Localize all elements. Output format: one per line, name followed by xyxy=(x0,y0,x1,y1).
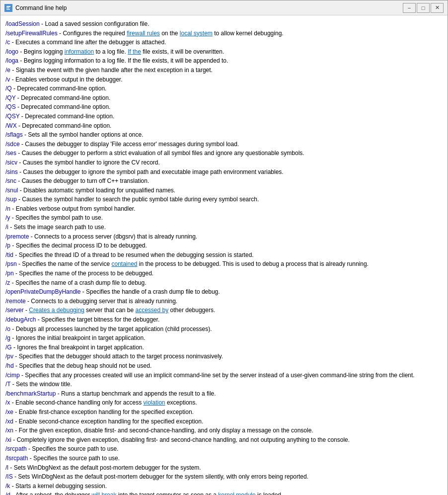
svg-rect-2 xyxy=(6,7,9,8)
window-title: Command line help xyxy=(15,4,403,11)
line-50: /IS - Sets WinDbgNext as the default pos… xyxy=(5,472,443,482)
line-30: /openPrivateDumpByHandle - Specifies the… xyxy=(5,287,443,297)
line-41: /benchmarkStartup - Runs a startup bench… xyxy=(5,389,443,399)
window-controls: − □ ✕ xyxy=(403,3,444,13)
minimize-button[interactable]: − xyxy=(403,3,416,13)
line-33: /debugArch - Specifies the target bitnes… xyxy=(5,315,443,325)
line-3: /c - Executes a command line after the d… xyxy=(5,38,443,47)
line-47: /srcpath - Specifies the source path to … xyxy=(5,444,443,454)
line-24: /premote - Connects to a process server … xyxy=(5,232,443,242)
line-11: /QSY - Deprecated command-line option. xyxy=(5,112,443,121)
line-12: /WX - Deprecated command-line option. xyxy=(5,121,443,131)
line-22: /y - Specifies the symbol path to use. xyxy=(5,213,443,223)
line-45: /xn - For the given exception, disable f… xyxy=(5,426,443,435)
line-17: /sins - Causes the debugger to ignore th… xyxy=(5,167,443,177)
line-39: /cimp - Specifies that any processes cre… xyxy=(5,371,443,380)
line-51: /k - Starts a kernel debugging session. xyxy=(5,482,443,491)
line-43: /xe - Enable first-chance exception hand… xyxy=(5,408,443,417)
line-15: /ses - Causes the debugger to perform a … xyxy=(5,149,443,158)
line-1: /loadSession - Load a saved session conf… xyxy=(5,19,443,29)
line-48: /lsrcpath - Specifies the source path to… xyxy=(5,454,443,463)
line-26: /tid - Specifies the thread ID of a thre… xyxy=(5,250,443,260)
line-37: /pv - Specifies that the debugger should… xyxy=(5,352,443,361)
line-46: /xi - Completely ignore the given except… xyxy=(5,435,443,445)
line-31: /remote - Connects to a debugging server… xyxy=(5,297,443,306)
title-bar: Command line help − □ ✕ xyxy=(0,0,448,15)
line-25: /p - Specifies the decimal process ID to… xyxy=(5,241,443,250)
line-7: /v - Enables verbose output in the debug… xyxy=(5,75,443,84)
line-20: /sup - Causes the symbol handler to sear… xyxy=(5,195,443,204)
help-content: /loadSession - Load a saved session conf… xyxy=(0,15,448,495)
line-5: /loga - Begins logging information to a … xyxy=(5,56,443,66)
line-10: /QS - Deprecated command-line option. xyxy=(5,102,443,112)
svg-rect-3 xyxy=(6,9,10,10)
line-40: /T - Sets the window title. xyxy=(5,380,443,389)
line-49: /l - Sets WinDbgNext as the default post… xyxy=(5,463,443,473)
line-23: /i - Sets the image search path to use. xyxy=(5,223,443,232)
line-27: /psn - Specifies the name of the service… xyxy=(5,259,443,269)
close-button[interactable]: ✕ xyxy=(431,3,444,13)
line-4: /logo - Begins logging information to a … xyxy=(5,47,443,57)
line-28: /pn - Specifies the name of the process … xyxy=(5,269,443,278)
svg-rect-1 xyxy=(6,6,10,7)
line-18: /snc - Causes the debugger to turn off C… xyxy=(5,176,443,186)
command-line-help-window: Command line help − □ ✕ /loadSession - L… xyxy=(0,0,448,495)
line-32: /server - Creates a debugging server tha… xyxy=(5,306,443,315)
line-29: /z - Specifies the name of a crash dump … xyxy=(5,278,443,288)
line-44: /xd - Enable second-chance exception han… xyxy=(5,417,443,426)
maximize-button[interactable]: □ xyxy=(417,3,430,13)
line-42: /x - Enable second-chance handling only … xyxy=(5,398,443,408)
line-13: /sflags - Sets all the symbol handler op… xyxy=(5,130,443,140)
line-2: /setupFirewallRules - Configures the req… xyxy=(5,29,443,38)
line-16: /sicv - Causes the symbol handler to ign… xyxy=(5,158,443,167)
line-6: /e - Signals the event with the given ha… xyxy=(5,66,443,75)
line-34: /o - Debugs all processes launched by th… xyxy=(5,325,443,334)
line-9: /QY - Deprecated command-line option. xyxy=(5,93,443,103)
line-38: /hd - Specifies that the debug heap shou… xyxy=(5,361,443,371)
line-52: /d - After a reboot, the debugger will b… xyxy=(5,491,443,495)
line-8: /Q - Deprecated command-line option. xyxy=(5,84,443,93)
line-36: /G - Ignores the final breakpoint in tar… xyxy=(5,343,443,352)
line-21: /n - Enables verbose output from symbol … xyxy=(5,204,443,214)
window-icon xyxy=(4,4,12,12)
line-35: /g - Ignores the initial breakpoint in t… xyxy=(5,333,443,343)
line-19: /snul - Disables automatic symbol loadin… xyxy=(5,186,443,195)
line-14: /sdce - Causes the debugger to display '… xyxy=(5,140,443,149)
